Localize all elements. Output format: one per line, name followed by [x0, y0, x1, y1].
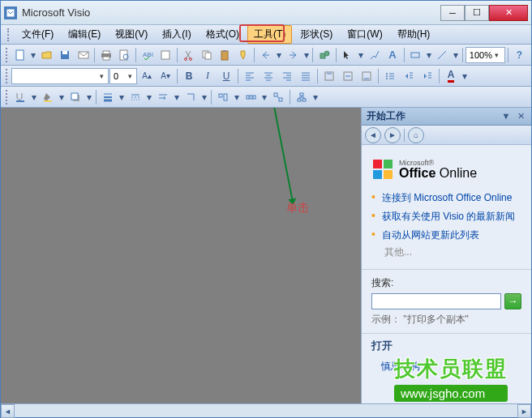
fontcolor-button[interactable]: A — [442, 67, 460, 85]
cut-button[interactable] — [180, 46, 197, 64]
shapes-button[interactable] — [315, 46, 332, 64]
lineends-dropdown[interactable]: ▾ — [173, 88, 181, 106]
distribute-button[interactable] — [242, 88, 260, 106]
pane-dropdown-icon[interactable]: ▼ — [500, 111, 512, 122]
action-grip[interactable] — [6, 90, 9, 104]
fontsize-select[interactable]: 0▾ — [109, 68, 137, 84]
linepattern-button[interactable] — [127, 88, 144, 106]
align-center-button[interactable] — [260, 67, 277, 85]
menu-window[interactable]: 窗口(W) — [341, 25, 388, 44]
research-button[interactable] — [157, 46, 174, 64]
search-input[interactable] — [371, 293, 501, 309]
menu-insert[interactable]: 插入(I) — [156, 25, 197, 44]
preview-button[interactable] — [116, 46, 133, 64]
nav-forward-button[interactable]: ► — [384, 127, 401, 143]
shrink-font-button[interactable]: A▾ — [157, 67, 174, 85]
justify-button[interactable] — [297, 67, 315, 85]
help-button[interactable]: ? — [511, 46, 528, 64]
open-button[interactable] — [38, 46, 55, 64]
zoom-select[interactable]: 100%▾ — [466, 47, 505, 63]
corner-dropdown[interactable]: ▾ — [200, 88, 208, 106]
spell-button[interactable]: ABC — [139, 46, 156, 64]
link-update[interactable]: 自动从网站更新此列表 — [371, 226, 521, 245]
menu-file[interactable]: 文件(F) — [15, 25, 60, 44]
align-right-button[interactable] — [278, 67, 296, 85]
print-button[interactable] — [97, 46, 114, 64]
layout-button[interactable] — [293, 88, 311, 106]
linecolor-button[interactable] — [11, 88, 29, 106]
email-button[interactable] — [75, 46, 92, 64]
align-dropdown[interactable]: ▾ — [233, 88, 241, 106]
menu-format[interactable]: 格式(O) — [200, 25, 246, 44]
line-button[interactable] — [434, 46, 451, 64]
layout-dropdown[interactable]: ▾ — [311, 88, 320, 106]
bullets-button[interactable] — [381, 67, 399, 85]
rectangle-dropdown[interactable]: ▾ — [425, 46, 433, 64]
grow-font-button[interactable]: A▴ — [138, 67, 156, 85]
bottom-align-button[interactable] — [358, 67, 375, 85]
connector-button[interactable] — [366, 46, 383, 64]
undo-dropdown[interactable]: ▾ — [276, 46, 284, 64]
lineweight-dropdown[interactable]: ▾ — [118, 88, 126, 106]
toolbar-grip[interactable] — [6, 48, 9, 62]
link-more[interactable]: 其他... — [371, 244, 521, 261]
pointer-button[interactable] — [339, 46, 356, 64]
distribute-dropdown[interactable]: ▾ — [260, 88, 268, 106]
text-button[interactable]: A — [384, 46, 401, 64]
format-grip[interactable] — [6, 69, 9, 83]
fontcolor-dropdown[interactable]: ▾ — [461, 67, 469, 85]
pointer-dropdown[interactable]: ▾ — [357, 46, 365, 64]
connect-button[interactable] — [269, 88, 287, 106]
scroll-left-button[interactable]: ◄ — [1, 404, 15, 418]
font-select[interactable]: ▾ — [11, 68, 109, 84]
fillcolor-dropdown[interactable]: ▾ — [58, 88, 66, 106]
rectangle-button[interactable] — [407, 46, 424, 64]
open-item[interactable]: 慎思结构 — [362, 358, 531, 375]
copy-button[interactable] — [198, 46, 215, 64]
linecolor-dropdown[interactable]: ▾ — [30, 88, 38, 106]
italic-button[interactable]: I — [199, 67, 217, 85]
link-connect[interactable]: 连接到 Microsoft Office Online — [371, 189, 521, 207]
scroll-right-button[interactable]: ► — [517, 404, 531, 418]
fillcolor-button[interactable] — [39, 88, 57, 106]
shadow-button[interactable] — [66, 88, 84, 106]
menu-shape[interactable]: 形状(S) — [294, 25, 339, 44]
menu-view[interactable]: 视图(V) — [109, 25, 154, 44]
shadow-dropdown[interactable]: ▾ — [85, 88, 93, 106]
linepattern-dropdown[interactable]: ▾ — [145, 88, 153, 106]
search-go-button[interactable]: → — [504, 293, 521, 309]
maximize-button[interactable]: ☐ — [465, 5, 489, 21]
nav-home-button[interactable]: ⌂ — [408, 127, 424, 143]
undo-button[interactable] — [257, 46, 274, 64]
redo-button[interactable] — [284, 46, 301, 64]
align-shapes-button[interactable] — [214, 88, 232, 106]
menubar-grip[interactable] — [7, 28, 11, 41]
new-dropdown[interactable]: ▾ — [29, 46, 37, 64]
canvas[interactable]: 单击 — [1, 108, 361, 403]
outdent-button[interactable] — [400, 67, 418, 85]
link-news[interactable]: 获取有关使用 Visio 的最新新闻 — [371, 207, 521, 226]
scroll-track[interactable] — [15, 404, 517, 417]
new-button[interactable] — [11, 46, 28, 64]
middle-align-button[interactable] — [339, 67, 357, 85]
minimize-button[interactable]: ─ — [440, 5, 465, 21]
line-dropdown[interactable]: ▾ — [452, 46, 460, 64]
bold-button[interactable]: B — [180, 67, 198, 85]
redo-dropdown[interactable]: ▾ — [302, 46, 311, 64]
underline-button[interactable]: U — [217, 67, 235, 85]
menu-edit[interactable]: 编辑(E) — [62, 25, 107, 44]
nav-back-button[interactable]: ◄ — [365, 127, 381, 143]
lineends-button[interactable] — [154, 88, 172, 106]
format-painter-button[interactable] — [234, 46, 251, 64]
pane-close-icon[interactable]: ✕ — [515, 111, 526, 122]
indent-button[interactable] — [418, 67, 436, 85]
close-button[interactable]: ✕ — [489, 5, 528, 21]
lineweight-button[interactable] — [99, 88, 117, 106]
align-left-button[interactable] — [241, 67, 259, 85]
paste-button[interactable] — [216, 46, 233, 64]
save-button[interactable] — [56, 46, 73, 64]
top-align-button[interactable] — [320, 67, 338, 85]
corner-button[interactable] — [182, 88, 200, 106]
menu-help[interactable]: 帮助(H) — [391, 25, 437, 44]
menu-tools[interactable]: 工具(T) — [247, 25, 292, 44]
